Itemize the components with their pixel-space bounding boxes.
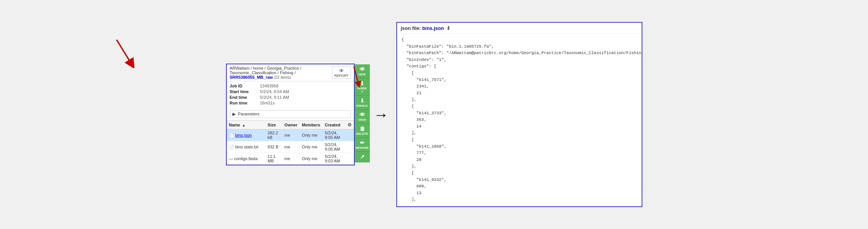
- file-name-cell: 📄 bins.stats.txt: [227, 141, 265, 153]
- end-time-value: 5/2/24, 9:11 AM: [260, 95, 289, 100]
- run-time-row: Run time 16m51s: [230, 101, 351, 105]
- run-time-label: Run time: [230, 101, 260, 105]
- json-filename: bins.json: [422, 25, 444, 31]
- share-button[interactable]: ↗: [355, 152, 370, 162]
- table-row[interactable]: — contigs.fasta 11.1 MB me Only me 5/2/2…: [227, 153, 354, 165]
- view-icon: 👁: [360, 112, 365, 118]
- file-name-cell: 📄 bins.json: [227, 129, 265, 141]
- start-time-label: Start time: [230, 89, 260, 94]
- col-created: Created: [323, 121, 345, 129]
- breadcrumb-text: ARWattam / home / Georgia_Practice / Tax…: [230, 66, 332, 79]
- file-members: Only me: [300, 153, 323, 165]
- json-download-icon[interactable]: ⬇: [446, 25, 451, 31]
- file-actions: [345, 141, 354, 153]
- view-label: VIEW: [358, 118, 366, 122]
- rename-icon: ✏: [360, 140, 365, 146]
- file-actions: [345, 153, 354, 165]
- file-owner: me: [282, 129, 299, 141]
- download-label: DWNLD: [357, 104, 368, 107]
- file-members: Only me: [300, 141, 323, 153]
- col-gear: ⚙: [345, 121, 354, 129]
- file-size: 11.1 MB: [265, 153, 282, 165]
- col-owner: Owner: [282, 121, 299, 129]
- delete-label: DELETE: [356, 132, 368, 136]
- rename-label: RENAME: [355, 146, 369, 150]
- delete-button[interactable]: 🗑 DELETE: [355, 124, 370, 138]
- download-icon: ⬇: [360, 98, 365, 104]
- col-size: Size: [265, 121, 282, 129]
- report-icon: 👁: [339, 68, 344, 74]
- item-count: (22 items): [274, 75, 291, 79]
- file-type-icon: —: [229, 156, 233, 161]
- file-type-icon: 📄: [229, 145, 234, 150]
- json-content: { "binFastaFile": "bin.1.1905725.fa", "b…: [397, 34, 642, 206]
- file-size: 932 B: [265, 141, 282, 153]
- gear-icon: ⚙: [348, 122, 352, 128]
- json-header: json file: bins.json ⬇: [397, 23, 642, 34]
- file-name: contigs.fasta: [234, 156, 258, 161]
- job-id-row: Job ID 13493958: [230, 84, 351, 88]
- table-header-row: Name ▲ Size Owner Members Created ⚙: [227, 121, 354, 129]
- parameters-row[interactable]: ▶ Parameters: [230, 110, 351, 118]
- start-time-value: 5/2/24, 8:54 AM: [260, 89, 289, 94]
- json-file-label: json file: bins.json: [401, 25, 444, 31]
- params-label: Parameters: [238, 112, 260, 116]
- table-row[interactable]: 📄 bins.json 282.2 kB me Only me 5/2/24, …: [227, 129, 354, 141]
- end-time-label: End time: [230, 95, 260, 100]
- sort-arrow: ▲: [242, 123, 246, 127]
- col-name: Name ▲: [227, 121, 265, 129]
- delete-icon: 🗑: [360, 126, 365, 132]
- right-arrow: →: [374, 107, 389, 122]
- file-created: 5/2/24, 9:03 AM: [323, 153, 345, 165]
- file-owner: me: [282, 141, 299, 153]
- job-info: Job ID 13493958 Start time 5/2/24, 8:54 …: [227, 81, 354, 109]
- main-container: ARWattam / home / Georgia_Practice / Tax…: [226, 22, 642, 207]
- svg-line-4: [117, 40, 132, 64]
- file-table: Name ▲ Size Owner Members Created ⚙ 📄 bi…: [227, 120, 354, 165]
- col-members: Members: [300, 121, 323, 129]
- file-actions: [345, 129, 354, 141]
- file-type-icon: 📄: [229, 133, 234, 138]
- file-created: 5/2/24, 9:05 AM: [323, 141, 345, 153]
- right-panel: json file: bins.json ⬇ { "binFastaFile":…: [396, 22, 642, 207]
- download-button[interactable]: ⬇ DWNLD: [355, 96, 370, 110]
- params-arrow: ▶: [232, 112, 235, 116]
- red-diagonal-arrow: [113, 38, 136, 68]
- view-button[interactable]: 👁 VIEW: [355, 110, 370, 124]
- file-created: 5/2/24, 9:05 AM: [323, 129, 345, 141]
- job-id-value: 13493958: [260, 84, 279, 88]
- start-time-row: Start time 5/2/24, 8:54 AM: [230, 89, 351, 94]
- file-owner: me: [282, 153, 299, 165]
- run-time-value: 16m51s: [260, 101, 275, 105]
- table-row[interactable]: 📄 bins.stats.txt 932 B me Only me 5/2/24…: [227, 141, 354, 153]
- end-time-row: End time 5/2/24, 9:11 AM: [230, 95, 351, 100]
- file-name: bins.stats.txt: [235, 145, 259, 149]
- file-size: 282.2 kB: [265, 129, 282, 141]
- svg-line-2: [347, 67, 365, 85]
- file-name[interactable]: bins.json: [235, 133, 252, 137]
- breadcrumb: ARWattam / home / Georgia_Practice / Tax…: [227, 64, 354, 81]
- job-id-label: Job ID: [230, 84, 260, 88]
- rename-button[interactable]: ✏ RENAME: [355, 138, 370, 152]
- file-name-cell: — contigs.fasta: [227, 153, 265, 165]
- left-panel: ARWattam / home / Georgia_Practice / Tax…: [226, 64, 355, 165]
- file-members: Only me: [300, 129, 323, 141]
- json-header-text: json file:: [401, 25, 421, 31]
- share-icon: ↗: [360, 154, 365, 160]
